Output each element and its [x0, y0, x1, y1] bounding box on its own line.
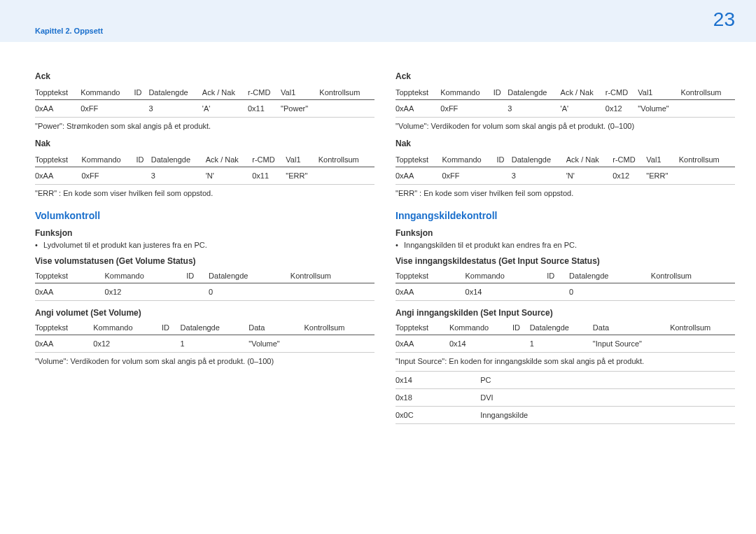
td — [496, 167, 511, 185]
td: 1 — [181, 335, 249, 353]
td: 1 — [530, 335, 593, 353]
td — [186, 283, 209, 301]
get-heading: Vise inngangskildestatus (Get Input Sour… — [396, 256, 735, 266]
th: Val1 — [281, 85, 319, 100]
th: Datalengde — [569, 269, 651, 283]
td: 0x14 — [465, 283, 547, 301]
th: Topptekst — [396, 321, 449, 335]
th: Kontrollsum — [290, 269, 374, 283]
td — [162, 335, 181, 353]
td: 'N' — [206, 167, 252, 185]
th: ID — [512, 321, 530, 335]
input-codes-table: 0x14 PC 0x18 DVI 0x0C Inngangskilde — [396, 371, 735, 424]
nak-table: Topptekst Kommando ID Datalengde Ack / N… — [35, 153, 374, 185]
func-text: Inngangskilden til et produkt kan endres… — [396, 241, 735, 249]
th: Topptekst — [396, 269, 465, 283]
th: Datalengde — [148, 85, 202, 100]
td: 0xAA — [396, 167, 442, 185]
th: Kommando — [105, 269, 187, 283]
th: Kommando — [449, 321, 512, 335]
th: Data — [248, 321, 304, 335]
td — [680, 100, 735, 118]
td: "ERR" — [286, 167, 318, 185]
td: 0x14 — [396, 372, 480, 389]
th: ID — [134, 85, 149, 100]
td: 0 — [569, 283, 651, 301]
th: r-CMD — [248, 85, 281, 100]
td: Inngangskilde — [480, 407, 735, 424]
get-heading: Vise volumstatusen (Get Volume Status) — [35, 256, 374, 266]
td: 0x18 — [396, 389, 480, 407]
nak-note: "ERR" : En kode som viser hvilken feil s… — [396, 189, 735, 197]
td — [512, 335, 530, 353]
td: 0xAA — [396, 283, 465, 301]
th: Kontrollsum — [319, 85, 374, 100]
td: 0x12 — [93, 335, 162, 353]
td — [493, 100, 508, 118]
section-heading: Inngangskildekontroll — [396, 210, 735, 221]
nak-note: "ERR" : En kode som viser hvilken feil s… — [35, 189, 374, 197]
th: ID — [493, 85, 508, 100]
th: Datalengde — [512, 153, 566, 167]
th: Val1 — [646, 153, 678, 167]
set-table: Topptekst Kommando ID Datalengde Data Ko… — [396, 321, 735, 353]
left-column: Ack Topptekst Kommando ID Datalengde Ack… — [35, 63, 374, 428]
th: Ack / Nak — [202, 85, 248, 100]
th: Kontrollsum — [304, 321, 374, 335]
th: ID — [496, 153, 511, 167]
td: 0xAA — [35, 283, 105, 301]
th: Kommando — [440, 85, 493, 100]
nak-heading: Nak — [35, 139, 374, 148]
th: Kommando — [93, 321, 162, 335]
td — [651, 283, 735, 301]
td: 0xFF — [440, 100, 493, 118]
td — [136, 167, 150, 185]
nak-table: Topptekst Kommando ID Datalengde Ack / N… — [396, 153, 735, 185]
td: 'N' — [566, 167, 612, 185]
th: ID — [136, 153, 150, 167]
th: ID — [186, 269, 209, 283]
th: Kommando — [81, 153, 136, 167]
td: "Volume" — [248, 335, 304, 353]
td: 0xFF — [442, 167, 496, 185]
th: Datalengde — [530, 321, 593, 335]
td: 0xAA — [396, 335, 449, 353]
th: Kontrollsum — [679, 153, 735, 167]
td: 0xAA — [35, 335, 93, 353]
th: Kontrollsum — [318, 153, 374, 167]
td: 0xAA — [35, 100, 80, 118]
td: 0x0C — [396, 407, 480, 424]
ack-heading: Ack — [35, 71, 374, 81]
th: Topptekst — [35, 153, 81, 167]
get-table: Topptekst Kommando ID Datalengde Kontrol… — [396, 269, 735, 301]
td — [547, 283, 569, 301]
th: Topptekst — [396, 153, 442, 167]
th: ID — [162, 321, 181, 335]
ack-table: Topptekst Kommando ID Datalengde Ack / N… — [396, 85, 735, 118]
td — [319, 100, 374, 118]
get-table: Topptekst Kommando ID Datalengde Kontrol… — [35, 269, 374, 301]
right-column: Ack Topptekst Kommando ID Datalengde Ack… — [396, 63, 735, 428]
th: r-CMD — [606, 85, 638, 100]
td: 0xAA — [396, 100, 440, 118]
th: r-CMD — [612, 153, 646, 167]
td: "ERR" — [646, 167, 678, 185]
td: 3 — [148, 100, 202, 118]
th: Datalengde — [209, 269, 290, 283]
td: 0x11 — [248, 100, 281, 118]
th: Kommando — [465, 269, 547, 283]
td: 3 — [512, 167, 566, 185]
th: Topptekst — [35, 85, 80, 100]
th: Kontrollsum — [651, 269, 735, 283]
set-heading: Angi volumet (Set Volume) — [35, 308, 374, 318]
td: 0x12 — [606, 100, 638, 118]
set-note: "Input Source": En koden for inngangskil… — [396, 357, 735, 365]
td: "Volume" — [638, 100, 680, 118]
th: Ack / Nak — [561, 85, 606, 100]
th: Kommando — [442, 153, 496, 167]
td — [290, 283, 374, 301]
td: 0xAA — [35, 167, 81, 185]
td — [304, 335, 374, 353]
th: Datalengde — [507, 85, 560, 100]
td — [679, 167, 735, 185]
